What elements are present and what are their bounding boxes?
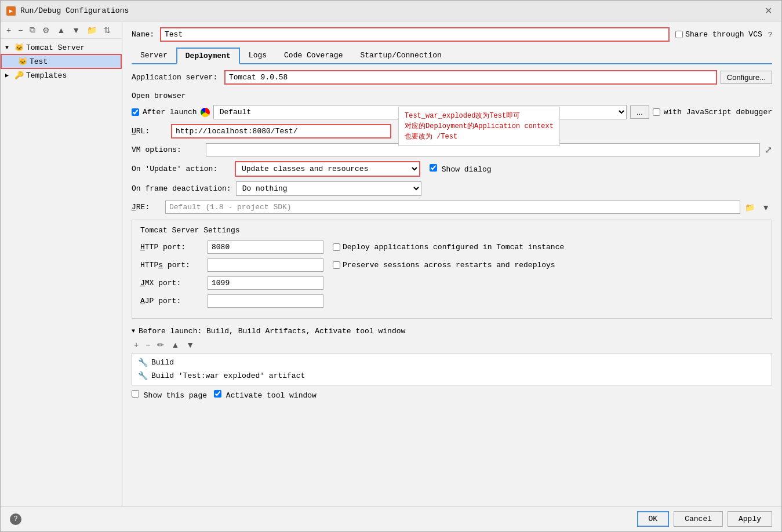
deploy-apps-label: Deploy applications configured in Tomcat… bbox=[343, 243, 564, 252]
test-config-item[interactable]: 🐱 Test bbox=[1, 54, 122, 69]
header-help-button[interactable]: ? bbox=[768, 30, 772, 39]
before-launch-arrow[interactable]: ▼ bbox=[132, 328, 135, 334]
tab-code-coverage[interactable]: Code Coverage bbox=[275, 48, 351, 64]
left-panel: + − ⧉ ⚙ ▲ ▼ 📁 ⇅ ▼ 🐱 Tomcat Server 🐱 Test bbox=[1, 21, 122, 506]
templates-node[interactable]: ▶ 🔑 Templates bbox=[1, 69, 122, 82]
tomcat-server-node[interactable]: ▼ 🐱 Tomcat Server bbox=[1, 41, 122, 54]
build-item-label: Build bbox=[151, 358, 174, 367]
app-server-control: Tomcat 9.0.58 Configure... bbox=[224, 70, 772, 85]
help-button[interactable]: ? bbox=[10, 513, 21, 525]
copy-button[interactable]: ⧉ bbox=[27, 24, 38, 36]
browser-dots-button[interactable]: ... bbox=[630, 105, 649, 119]
activate-tool-checkbox[interactable] bbox=[214, 390, 221, 398]
frame-deact-row: On frame deactivation: Do nothing Update… bbox=[132, 181, 772, 196]
jre-label: JRE: bbox=[132, 203, 161, 212]
run-icon: ▶ bbox=[6, 6, 16, 16]
deploy-apps-checkbox[interactable] bbox=[333, 243, 340, 251]
tomcat-server-label: Tomcat Server bbox=[26, 43, 85, 52]
settings-button[interactable]: ⚙ bbox=[40, 24, 52, 36]
artifact-item-label: Build 'Test:war exploded' artifact bbox=[151, 371, 305, 380]
jre-input[interactable] bbox=[165, 201, 740, 214]
annotation-line1: Test_war_exploded改为Test即可 bbox=[405, 111, 554, 121]
sort-button[interactable]: ⇅ bbox=[101, 24, 113, 36]
before-up-button[interactable]: ▲ bbox=[169, 339, 181, 351]
update-action-label: On 'Update' action: bbox=[132, 165, 230, 173]
artifact-item[interactable]: 🔧 Build 'Test:war exploded' artifact bbox=[132, 369, 772, 382]
move-down-button[interactable]: ▼ bbox=[70, 24, 82, 36]
tab-server[interactable]: Server bbox=[132, 48, 176, 64]
before-launch-list: 🔧 Build 🔧 Build 'Test:war exploded' arti… bbox=[132, 353, 772, 385]
right-panel: Name: Share through VCS ? Server Deploym… bbox=[122, 21, 781, 506]
ok-button[interactable]: OK bbox=[637, 511, 670, 527]
before-down-button[interactable]: ▼ bbox=[184, 339, 197, 351]
title-bar: ▶ Run/Debug Configurations ✕ bbox=[1, 1, 781, 21]
show-page-checkbox[interactable] bbox=[132, 390, 139, 398]
cancel-button[interactable]: Cancel bbox=[674, 511, 723, 527]
configure-button[interactable]: Configure... bbox=[721, 71, 772, 84]
apply-button[interactable]: Apply bbox=[728, 511, 772, 527]
before-edit-button[interactable]: ✏ bbox=[155, 339, 166, 351]
vm-options-label: VM options: bbox=[132, 145, 201, 154]
preserve-sessions-label-container: Preserve sessions across restarts and re… bbox=[333, 261, 555, 269]
chrome-icon bbox=[201, 108, 210, 117]
title-bar-left: ▶ Run/Debug Configurations bbox=[6, 6, 129, 16]
close-button[interactable]: ✕ bbox=[761, 4, 776, 17]
tomcat-server-settings: Tomcat Server Settings HTTP port: Deploy… bbox=[132, 220, 772, 319]
frame-deact-label: On frame deactivation: bbox=[132, 184, 231, 193]
dialog-footer: ? OK Cancel Apply bbox=[1, 506, 781, 531]
update-action-select[interactable]: Update classes and resources Do nothing … bbox=[235, 161, 420, 177]
js-debugger-label: with JavaScript debugger bbox=[664, 108, 772, 116]
jre-dropdown-button[interactable]: ▼ bbox=[759, 202, 772, 213]
share-vcs-checkbox[interactable] bbox=[675, 31, 683, 38]
vm-expand-button[interactable]: ⤢ bbox=[765, 144, 772, 155]
preserve-sessions-label: Preserve sessions across restarts and re… bbox=[343, 261, 555, 269]
footer-left: ? bbox=[10, 513, 21, 525]
templates-label: Templates bbox=[26, 71, 67, 80]
before-add-button[interactable]: + bbox=[132, 339, 141, 351]
frame-deact-select[interactable]: Do nothing Update classes and resources … bbox=[236, 181, 421, 196]
add-button[interactable]: + bbox=[4, 24, 13, 36]
run-debug-dialog: ▶ Run/Debug Configurations ✕ + − ⧉ ⚙ ▲ ▼… bbox=[0, 0, 782, 532]
show-dialog-checkbox[interactable] bbox=[430, 164, 437, 172]
before-remove-button[interactable]: − bbox=[143, 339, 152, 351]
jmx-port-input[interactable] bbox=[208, 276, 323, 290]
templates-arrow-icon: ▶ bbox=[5, 72, 12, 79]
url-label: URL: bbox=[132, 127, 166, 136]
move-up-button[interactable]: ▲ bbox=[54, 24, 67, 36]
footer-right: OK Cancel Apply bbox=[637, 511, 772, 527]
jre-row: JRE: 📁 ▼ bbox=[132, 201, 772, 214]
tomcat-settings-title: Tomcat Server Settings bbox=[140, 226, 763, 235]
http-port-label: HTTP port: bbox=[140, 243, 198, 252]
deploy-apps-label-container: Deploy applications configured in Tomcat… bbox=[333, 243, 564, 252]
https-port-label: HTTPs port: bbox=[140, 261, 198, 269]
config-tree: ▼ 🐱 Tomcat Server 🐱 Test ▶ 🔑 Templates bbox=[1, 39, 122, 506]
ajp-port-row: AJP port: bbox=[140, 294, 763, 308]
dialog-title: Run/Debug Configurations bbox=[20, 6, 129, 15]
tab-startup-connection[interactable]: Startup/Connection bbox=[351, 48, 450, 64]
update-action-row: On 'Update' action: Update classes and r… bbox=[132, 161, 772, 177]
tree-arrow-icon: ▼ bbox=[5, 45, 12, 51]
build-item[interactable]: 🔧 Build bbox=[132, 356, 772, 369]
http-port-input[interactable] bbox=[208, 241, 323, 254]
test-run-icon: 🐱 bbox=[18, 57, 27, 66]
after-launch-checkbox[interactable] bbox=[132, 108, 139, 116]
app-server-select[interactable]: Tomcat 9.0.58 bbox=[224, 70, 717, 85]
https-port-input[interactable] bbox=[208, 258, 323, 272]
show-page-container: Show this page bbox=[132, 390, 207, 400]
name-input[interactable] bbox=[160, 27, 670, 42]
before-launch-header: ▼ Before launch: Build, Build Artifacts,… bbox=[132, 327, 772, 336]
after-launch-label: After launch bbox=[143, 108, 197, 116]
activate-tool-container: Activate tool window bbox=[214, 390, 317, 400]
before-launch-label: Before launch: Build, Build Artifacts, A… bbox=[139, 327, 405, 336]
tab-logs[interactable]: Logs bbox=[240, 48, 275, 64]
app-server-label: Application server: bbox=[132, 73, 224, 82]
ajp-port-input[interactable] bbox=[208, 294, 323, 308]
show-dialog-label: Show dialog bbox=[442, 165, 492, 174]
folder-button[interactable]: 📁 bbox=[85, 24, 99, 36]
url-input[interactable] bbox=[171, 124, 391, 139]
preserve-sessions-checkbox[interactable] bbox=[333, 261, 340, 269]
js-debugger-checkbox[interactable] bbox=[653, 108, 660, 116]
remove-button[interactable]: − bbox=[16, 24, 25, 36]
tab-deployment[interactable]: Deployment bbox=[176, 48, 240, 64]
jre-folder-button[interactable]: 📁 bbox=[745, 203, 755, 212]
